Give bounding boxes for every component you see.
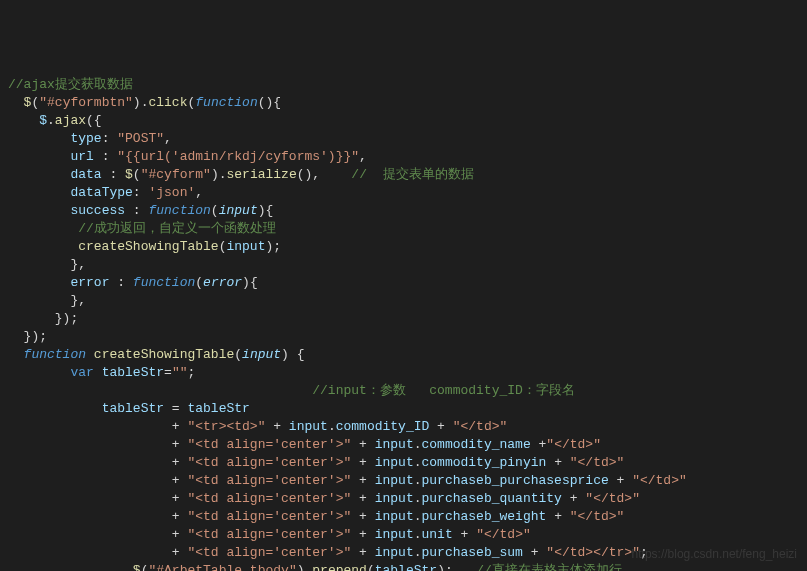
code-line: $("#cyformbtn").click(function(){: [8, 94, 799, 112]
code-line: },: [8, 256, 799, 274]
code-line: $("#ArbetTable tbody").prepend(tableStr)…: [8, 562, 799, 571]
code-line: url : "{{url('admin/rkdj/cyforms')}}",: [8, 148, 799, 166]
code-line: + "<td align='center'>" + input.purchase…: [8, 544, 799, 562]
code-line: createShowingTable(input);: [8, 238, 799, 256]
code-line: data : $("#cyform").serialize(), // 提交表单…: [8, 166, 799, 184]
code-line: + "<td align='center'>" + input.purchase…: [8, 472, 799, 490]
code-line: dataType: 'json',: [8, 184, 799, 202]
code-line: //input：参数 commodity_ID：字段名: [8, 382, 799, 400]
code-line: success : function(input){: [8, 202, 799, 220]
code-line: + "<td align='center'>" + input.purchase…: [8, 508, 799, 526]
code-line: });: [8, 310, 799, 328]
code-line: + "<td align='center'>" + input.unit + "…: [8, 526, 799, 544]
code-line: + "<td align='center'>" + input.commodit…: [8, 454, 799, 472]
code-line: + "<td align='center'>" + input.commodit…: [8, 436, 799, 454]
code-line: },: [8, 292, 799, 310]
code-line: var tableStr="";: [8, 364, 799, 382]
code-line: + "<td align='center'>" + input.purchase…: [8, 490, 799, 508]
code-line: type: "POST",: [8, 130, 799, 148]
code-line: //ajax提交获取数据: [8, 76, 799, 94]
code-line: error : function(error){: [8, 274, 799, 292]
code-line: $.ajax({: [8, 112, 799, 130]
code-line: function createShowingTable(input) {: [8, 346, 799, 364]
code-line: //成功返回，自定义一个函数处理: [8, 220, 799, 238]
code-line: + "<tr><td>" + input.commodity_ID + "</t…: [8, 418, 799, 436]
code-line: tableStr = tableStr: [8, 400, 799, 418]
code-editor[interactable]: //ajax提交获取数据 $("#cyformbtn").click(funct…: [8, 76, 799, 571]
code-line: });: [8, 328, 799, 346]
